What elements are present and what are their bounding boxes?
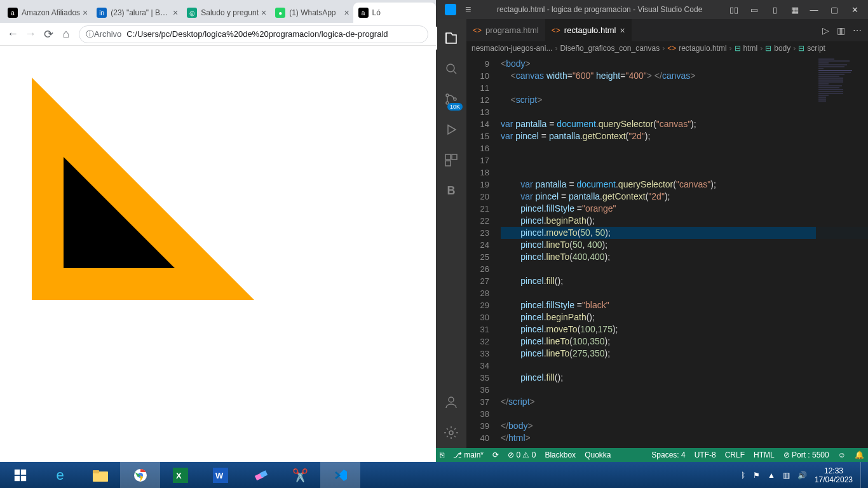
panel-bottom-icon[interactable]: ▭ (745, 0, 764, 19)
menu-button[interactable]: ≡ (461, 4, 475, 15)
encoding-status[interactable]: UTF-8 (695, 451, 716, 459)
vscode-logo-icon (445, 4, 456, 15)
settings-gear-icon[interactable] (436, 417, 466, 448)
activity-bar: 10K B (436, 19, 466, 448)
feedback-icon[interactable]: ☺ (838, 451, 846, 459)
editor-tab-active[interactable]: <>rectagulo.html× (545, 19, 632, 41)
tab-label: programa.html (485, 25, 539, 35)
crumb[interactable]: rectagulo.html (679, 44, 726, 53)
split-icon[interactable]: ▥ (837, 25, 845, 36)
flag-icon[interactable]: ⚑ (753, 471, 760, 480)
code-editor[interactable]: 9101112131415161718192021222324252627282… (466, 55, 868, 448)
bluetooth-icon[interactable]: ᛒ (741, 471, 745, 480)
tag-icon: ⊟ (765, 44, 771, 53)
start-button[interactable] (0, 462, 40, 488)
close-icon[interactable]: × (173, 8, 178, 18)
minimize-button[interactable]: — (804, 0, 824, 19)
svg-point-0 (447, 64, 454, 72)
blackbox-icon[interactable]: B (436, 175, 466, 206)
excel-icon[interactable]: X (160, 462, 200, 488)
svg-rect-6 (445, 161, 451, 166)
chrome-tab-active[interactable]: aLó (353, 3, 436, 23)
vscode-taskbar-icon[interactable] (320, 462, 360, 488)
svg-rect-14 (93, 470, 99, 473)
url-path: C:/Users/pc/Desktop/logica%20de%20progra… (126, 29, 388, 39)
run-icon[interactable]: ▷ (822, 25, 829, 36)
run-debug-icon[interactable] (436, 114, 466, 145)
code-content[interactable]: <body> <canvas width="600" height="400">… (498, 55, 868, 448)
chrome-tab[interactable]: in(23) "alura" | Búsc× (92, 3, 182, 23)
address-bar[interactable]: ⓘ Archivo C:/Users/pc/Desktop/logica%20d… (79, 25, 428, 43)
tab-label: Amazon Afiliados (22, 8, 80, 17)
battery-icon[interactable]: ▥ (783, 471, 790, 480)
account-icon[interactable] (436, 387, 466, 417)
editor-tab[interactable]: <>programa.html (466, 19, 545, 41)
extensions-icon[interactable] (436, 145, 466, 175)
maximize-button[interactable]: ▢ (825, 0, 844, 19)
info-icon: ⓘ (86, 29, 94, 40)
problems[interactable]: ⊘ 0 ⚠ 0 (508, 451, 536, 459)
tray-up-icon[interactable]: ▲ (768, 471, 775, 480)
crumb[interactable]: script (807, 44, 825, 53)
html-file-icon: <> (667, 44, 676, 53)
chrome-tab[interactable]: aAmazon Afiliados× (3, 3, 92, 23)
layout-icon[interactable]: ▦ (785, 0, 804, 19)
word-icon[interactable]: W (200, 462, 240, 488)
close-icon[interactable]: × (620, 25, 625, 36)
quokka-status[interactable]: Quokka (585, 451, 611, 459)
close-icon[interactable]: × (261, 8, 266, 18)
svg-rect-9 (14, 469, 19, 474)
lang-status[interactable]: HTML (754, 451, 775, 459)
forward-button[interactable]: → (22, 25, 39, 43)
remote-icon[interactable]: ⎘ (440, 451, 444, 459)
svg-rect-5 (452, 154, 457, 159)
blackbox-status[interactable]: Blackbox (545, 451, 576, 459)
svg-rect-4 (445, 154, 451, 159)
taskbar-clock[interactable]: 12:33 17/04/2023 (815, 466, 853, 484)
panel-right-icon[interactable]: ▯ (765, 0, 784, 19)
back-button[interactable]: ← (4, 25, 22, 43)
eol-status[interactable]: CRLF (725, 451, 745, 459)
port-status[interactable]: ⊘ Port : 5500 (783, 451, 829, 459)
reload-button[interactable]: ⟳ (39, 25, 57, 43)
chrome-tab[interactable]: ●(1) WhatsApp× (270, 3, 353, 23)
show-desktop-button[interactable] (860, 462, 865, 488)
search-icon[interactable] (436, 53, 466, 84)
source-control-icon[interactable]: 10K (436, 84, 466, 114)
tab-label: (23) "alura" | Búsc (111, 8, 170, 17)
html-file-icon: <> (552, 26, 560, 35)
sync-icon[interactable]: ⟳ (492, 451, 499, 459)
html-file-icon: <> (473, 26, 482, 35)
chrome-tab-strip: aAmazon Afiliados× in(23) "alura" | Búsc… (0, 0, 436, 23)
close-icon[interactable]: × (83, 8, 88, 18)
chrome-icon[interactable] (120, 462, 160, 488)
status-bar: ⎘ ⎇ main* ⟳ ⊘ 0 ⚠ 0 Blackbox Quokka Spac… (436, 448, 868, 462)
vscode-window: ≡ rectagulo.html - logica de programacio… (436, 0, 868, 462)
volume-icon[interactable]: 🔊 (797, 471, 807, 480)
eraser-icon[interactable] (240, 462, 280, 488)
crumb[interactable]: Diseño_graficos_con_canvas (560, 44, 660, 53)
close-button[interactable]: ✕ (845, 0, 864, 19)
explorer-icon[interactable] (436, 23, 466, 53)
chrome-tab[interactable]: ◎Saludo y pregunt× (182, 3, 270, 23)
minimap[interactable] (816, 55, 868, 448)
close-icon[interactable]: × (344, 8, 349, 18)
indent-status[interactable]: Spaces: 4 (651, 451, 685, 459)
snip-icon[interactable]: ✂️ (280, 462, 320, 488)
edge-icon[interactable]: e (40, 462, 80, 488)
breadcrumbs[interactable]: nesmacion-juegos-ani...› Diseño_graficos… (466, 41, 868, 55)
more-icon[interactable]: ⋯ (853, 25, 862, 36)
favicon-chatgpt: ◎ (187, 8, 197, 18)
windows-taskbar: e X W ✂️ ᛒ ⚑ ▲ ▥ 🔊 12:33 17/04/2023 (0, 462, 868, 488)
editor-tabs: <>programa.html <>rectagulo.html× ▷ ▥ ⋯ (466, 19, 868, 41)
chrome-window: aAmazon Afiliados× in(23) "alura" | Búsc… (0, 0, 436, 462)
git-branch[interactable]: ⎇ main* (453, 451, 484, 459)
crumb[interactable]: body (774, 44, 790, 53)
crumb[interactable]: html (743, 44, 758, 53)
crumb[interactable]: nesmacion-juegos-ani... (471, 44, 552, 53)
file-explorer-icon[interactable] (80, 462, 120, 488)
panel-left-icon[interactable]: ▯▯ (724, 0, 743, 19)
scm-badge: 10K (447, 103, 463, 111)
bell-icon[interactable]: 🔔 (855, 451, 864, 459)
home-button[interactable]: ⌂ (57, 25, 75, 43)
